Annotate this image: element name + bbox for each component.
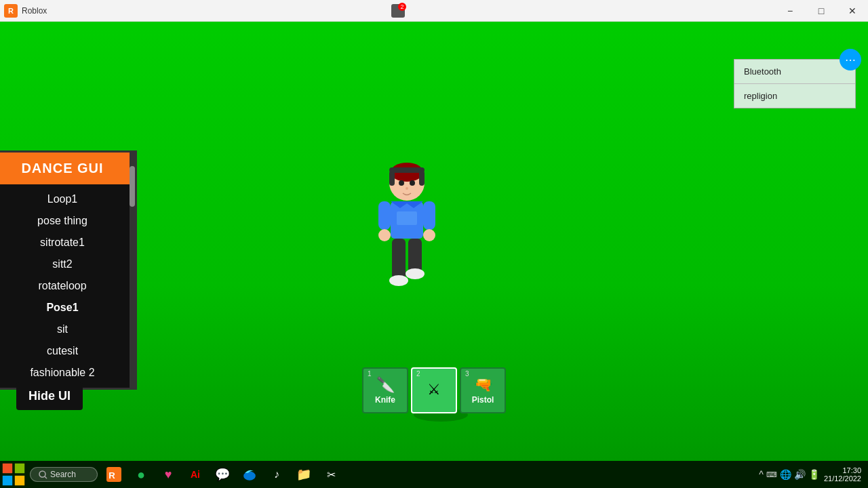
pistol-icon: 🔫 — [474, 376, 492, 394]
dance-gui-scrollbar[interactable] — [130, 152, 135, 388]
slot-label-3: Pistol — [472, 395, 494, 405]
taskbar-files[interactable]: 📁 — [292, 462, 316, 487]
svg-rect-12 — [378, 201, 391, 230]
systray: ^ ⌨ 🌐 🔊 🔋 — [759, 469, 820, 480]
dropdown-item-bluetooth[interactable]: Bluetooth — [734, 60, 855, 84]
windows-icon — [1, 462, 26, 487]
systray-battery[interactable]: 🔋 — [808, 469, 820, 480]
svg-point-7 — [399, 180, 404, 186]
roblox-taskbar-icon: R — [106, 467, 121, 482]
character — [366, 157, 448, 347]
svg-point-15 — [423, 229, 435, 241]
taskbar-mail[interactable]: ♥ — [156, 462, 180, 487]
dance-item-sitrotate1[interactable]: sitrotate1 — [0, 232, 135, 253]
dance-item-pose1[interactable]: Pose1 — [0, 297, 135, 319]
svg-rect-17 — [408, 239, 422, 272]
taskbar-roblox[interactable]: R — [102, 462, 126, 487]
systray-volume[interactable]: 🔊 — [794, 469, 806, 480]
clock-date: 21/12/2022 — [824, 474, 861, 483]
taskbar-right: ^ ⌨ 🌐 🔊 🔋 17:30 21/12/2022 — [759, 466, 868, 483]
svg-rect-6 — [389, 167, 425, 173]
hotbar-slot-1[interactable]: 1 🔪 Knife — [362, 367, 408, 413]
dance-item-cutesit[interactable]: cutesit — [0, 340, 135, 362]
svg-point-24 — [39, 471, 45, 477]
taskbar-capcut[interactable]: ✂ — [319, 462, 343, 487]
slot-number-3: 3 — [465, 370, 469, 378]
taskbar-adobe[interactable]: Ai — [183, 462, 208, 487]
hotbar: 1 🔪 Knife 2 ⚔ 3 🔫 Pistol — [362, 367, 506, 413]
svg-line-25 — [45, 476, 47, 479]
knife-icon: 🔪 — [376, 376, 395, 394]
edge-taskbar-icon — [242, 467, 257, 482]
svg-point-18 — [389, 275, 408, 286]
maximize-button[interactable]: □ — [806, 0, 837, 22]
svg-rect-20 — [3, 464, 12, 473]
titlebar: R Roblox 2 − □ ✕ — [0, 0, 868, 22]
svg-text:R: R — [108, 470, 115, 481]
hide-ui-button[interactable]: Hide UI — [16, 382, 83, 410]
taskbar-discord[interactable]: 💬 — [210, 462, 235, 487]
systray-chevron[interactable]: ^ — [759, 469, 764, 480]
dance-item-sit[interactable]: sit — [0, 319, 135, 340]
search-label: Search — [50, 470, 76, 479]
search-icon — [39, 470, 47, 479]
systray-network[interactable]: 🌐 — [780, 469, 791, 480]
taskbar-spotify[interactable]: ● — [129, 462, 153, 487]
minimize-button[interactable]: − — [774, 0, 806, 22]
window-controls: − □ ✕ — [774, 0, 868, 22]
dance-gui-panel: DANCE GUI Loop1 pose thing sitrotate1 si… — [0, 150, 137, 390]
dance-item-pose-thing[interactable]: pose thing — [0, 210, 135, 232]
search-bar[interactable]: Search — [30, 467, 98, 482]
svg-point-19 — [406, 268, 425, 279]
close-button[interactable]: ✕ — [837, 0, 868, 22]
svg-point-14 — [378, 229, 391, 241]
dance-item-sitt2[interactable]: sitt2 — [0, 253, 135, 275]
svg-rect-13 — [423, 201, 435, 230]
roblox-icon: R — [4, 4, 18, 18]
clock-time: 17:30 — [842, 466, 861, 474]
svg-point-8 — [410, 180, 415, 186]
sword-icon: ⚔ — [427, 381, 441, 399]
slot-number-1: 1 — [368, 370, 372, 378]
hotbar-slot-2[interactable]: 2 ⚔ — [411, 367, 457, 413]
dance-item-loop1[interactable]: Loop1 — [0, 188, 135, 210]
game-viewport: Bluetooth repligion DANCE GUI Loop1 pose… — [0, 22, 868, 461]
svg-rect-16 — [392, 239, 406, 279]
taskbar-clock[interactable]: 17:30 21/12/2022 — [824, 466, 861, 483]
dance-gui-title: DANCE GUI — [0, 152, 135, 184]
dance-item-rotateloop[interactable]: rotateloop — [0, 275, 135, 297]
taskbar-edge[interactable] — [237, 462, 262, 487]
taskbar: Search R ● ♥ Ai 💬 ♪ 📁 ✂ ^ ⌨ 🌐 🔊 🔋 17:30 … — [0, 461, 868, 488]
svg-rect-21 — [15, 464, 24, 473]
roblox-menu-button[interactable]: ⋯ — [840, 49, 861, 70]
svg-rect-23 — [15, 476, 24, 485]
svg-rect-5 — [419, 171, 425, 186]
notification-button[interactable]: 2 — [390, 3, 406, 19]
dance-item-fashionable2[interactable]: fashionable 2 — [0, 362, 135, 384]
svg-rect-4 — [389, 171, 395, 186]
dropdown-menu: Bluetooth repligion — [734, 59, 856, 108]
svg-point-9 — [406, 187, 408, 190]
svg-rect-22 — [3, 476, 12, 485]
hotbar-slot-3[interactable]: 3 🔫 Pistol — [460, 367, 506, 413]
dance-gui-scrollbar-thumb[interactable] — [130, 166, 135, 207]
titlebar-title: Roblox — [22, 6, 387, 16]
dance-gui-list: Loop1 pose thing sitrotate1 sitt2 rotate… — [0, 184, 135, 388]
slot-number-2: 2 — [416, 370, 420, 378]
taskbar-tiktok[interactable]: ♪ — [264, 462, 289, 487]
svg-rect-11 — [397, 211, 417, 225]
start-button[interactable] — [1, 462, 26, 487]
notification-badge: 2 — [398, 3, 406, 11]
slot-label-1: Knife — [375, 395, 395, 405]
systray-keyboard[interactable]: ⌨ — [766, 470, 777, 479]
dropdown-item-repligion[interactable]: repligion — [734, 84, 855, 108]
